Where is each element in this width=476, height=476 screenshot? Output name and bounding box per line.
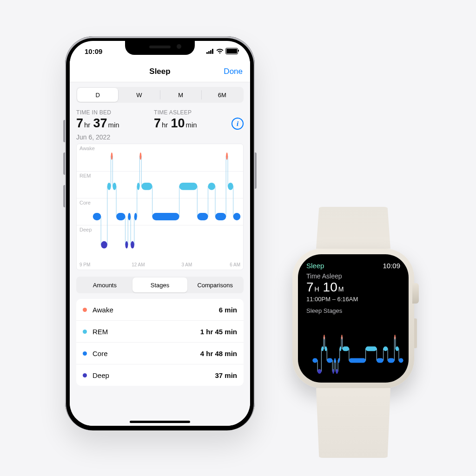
home-indicator[interactable] bbox=[130, 421, 190, 423]
svg-rect-12 bbox=[141, 183, 152, 190]
hypnogram-svg bbox=[77, 144, 243, 269]
watch-time-range: 11:00PM – 6:16AM bbox=[306, 296, 400, 303]
svg-rect-1 bbox=[101, 241, 107, 249]
svg-rect-24 bbox=[324, 335, 324, 339]
svg-rect-33 bbox=[343, 346, 349, 351]
svg-rect-37 bbox=[383, 346, 388, 351]
svg-rect-27 bbox=[332, 369, 334, 374]
svg-rect-23 bbox=[321, 346, 324, 351]
watch-asleep-value: 7H 10M bbox=[306, 280, 400, 295]
cellular-icon bbox=[206, 48, 214, 54]
svg-rect-29 bbox=[336, 369, 338, 374]
svg-rect-3 bbox=[111, 152, 113, 160]
battery-icon bbox=[225, 48, 238, 54]
svg-rect-32 bbox=[341, 335, 342, 339]
view-tab-stages[interactable]: Stages bbox=[132, 278, 188, 292]
stage-duration: 1 hr 45 min bbox=[200, 328, 237, 336]
svg-rect-11 bbox=[139, 152, 141, 160]
chart-date: Jun 6, 2022 bbox=[76, 133, 244, 141]
watch-hypnogram bbox=[303, 333, 405, 379]
nav-bar: Sleep Done bbox=[70, 61, 250, 82]
stage-list: Awake 6 min REM 1 hr 45 min Core 4 hr 48… bbox=[76, 299, 244, 386]
notch bbox=[125, 41, 195, 55]
stage-name: Core bbox=[93, 350, 200, 357]
iphone-device: 10:09 Sleep Done D W bbox=[65, 36, 255, 430]
range-segmented-control[interactable]: D W M 6M bbox=[76, 87, 244, 103]
svg-rect-6 bbox=[125, 241, 128, 249]
chart-x-axis: 9 PM 12 AM 3 AM 6 AM bbox=[77, 262, 243, 269]
svg-rect-4 bbox=[112, 183, 116, 190]
side-button[interactable] bbox=[414, 318, 417, 348]
svg-rect-30 bbox=[338, 358, 340, 363]
stage-name: Deep bbox=[93, 371, 215, 379]
stage-row[interactable]: REM 1 hr 45 min bbox=[76, 321, 244, 343]
wifi-icon bbox=[216, 48, 224, 54]
svg-rect-10 bbox=[137, 183, 140, 190]
range-tab-month[interactable]: M bbox=[160, 88, 201, 102]
range-tab-6month[interactable]: 6M bbox=[202, 88, 243, 102]
svg-rect-15 bbox=[197, 213, 208, 220]
svg-rect-35 bbox=[366, 346, 377, 351]
svg-rect-5 bbox=[116, 213, 125, 220]
svg-rect-20 bbox=[233, 213, 240, 220]
svg-rect-13 bbox=[152, 213, 179, 220]
view-segmented-control[interactable]: Amounts Stages Comparisons bbox=[76, 277, 244, 293]
stage-duration: 37 min bbox=[215, 371, 237, 379]
stage-name: REM bbox=[93, 328, 200, 336]
stage-row[interactable]: Awake 6 min bbox=[76, 299, 244, 321]
range-tab-day[interactable]: D bbox=[77, 88, 118, 102]
status-time: 10:09 bbox=[85, 47, 102, 55]
time-asleep: TIME ASLEEP 7 hr 10 min bbox=[154, 109, 231, 131]
stage-duration: 6 min bbox=[219, 306, 237, 314]
stage-dot-icon bbox=[83, 351, 87, 356]
stage-row[interactable]: Core 4 hr 48 min bbox=[76, 343, 244, 364]
svg-rect-18 bbox=[226, 152, 228, 160]
watch-app-title: Sleep bbox=[306, 262, 324, 270]
sleep-stages-chart[interactable]: Awake REM Core Deep 9 PM 12 AM 3 AM 6 AM bbox=[76, 144, 244, 270]
svg-rect-26 bbox=[327, 358, 332, 363]
watch-stages-label: Sleep Stages bbox=[306, 307, 400, 314]
apple-watch-device: Sleep 10:09 Time Asleep 7H 10M 11:00PM –… bbox=[291, 207, 416, 458]
view-tab-amounts[interactable]: Amounts bbox=[77, 278, 132, 292]
svg-rect-16 bbox=[208, 183, 215, 190]
page-title: Sleep bbox=[149, 67, 170, 76]
view-tab-comparisons[interactable]: Comparisons bbox=[187, 278, 243, 292]
stage-dot-icon bbox=[83, 373, 87, 377]
svg-rect-21 bbox=[312, 358, 317, 363]
svg-rect-34 bbox=[349, 358, 366, 363]
watch-band-top bbox=[316, 207, 390, 249]
stage-dot-icon bbox=[83, 330, 87, 334]
svg-rect-8 bbox=[131, 241, 134, 249]
watch-asleep-label: Time Asleep bbox=[306, 272, 400, 280]
stage-duration: 4 hr 48 min bbox=[200, 350, 237, 357]
svg-rect-0 bbox=[93, 213, 101, 220]
svg-rect-36 bbox=[377, 358, 383, 363]
stage-row[interactable]: Deep 37 min bbox=[76, 364, 244, 386]
svg-rect-25 bbox=[325, 346, 327, 351]
svg-rect-19 bbox=[228, 183, 233, 190]
svg-rect-9 bbox=[134, 213, 137, 220]
svg-rect-22 bbox=[317, 369, 321, 374]
svg-rect-2 bbox=[107, 183, 111, 190]
done-button[interactable]: Done bbox=[224, 67, 243, 76]
svg-rect-14 bbox=[179, 183, 198, 190]
info-icon[interactable]: i bbox=[231, 118, 244, 130]
svg-rect-17 bbox=[215, 213, 226, 220]
svg-rect-38 bbox=[388, 358, 394, 363]
watch-band-bottom bbox=[316, 388, 390, 458]
time-in-bed: TIME IN BED 7 hr 37 min bbox=[76, 109, 154, 131]
svg-rect-28 bbox=[334, 358, 336, 363]
svg-rect-31 bbox=[340, 346, 342, 351]
svg-rect-7 bbox=[128, 213, 131, 220]
svg-rect-40 bbox=[396, 346, 399, 351]
digital-crown[interactable] bbox=[412, 283, 419, 304]
range-tab-week[interactable]: W bbox=[119, 88, 159, 102]
svg-rect-41 bbox=[399, 358, 403, 363]
stage-dot-icon bbox=[83, 308, 87, 312]
watch-time: 10:09 bbox=[383, 262, 400, 270]
svg-rect-39 bbox=[394, 335, 395, 339]
stage-name: Awake bbox=[93, 306, 219, 314]
